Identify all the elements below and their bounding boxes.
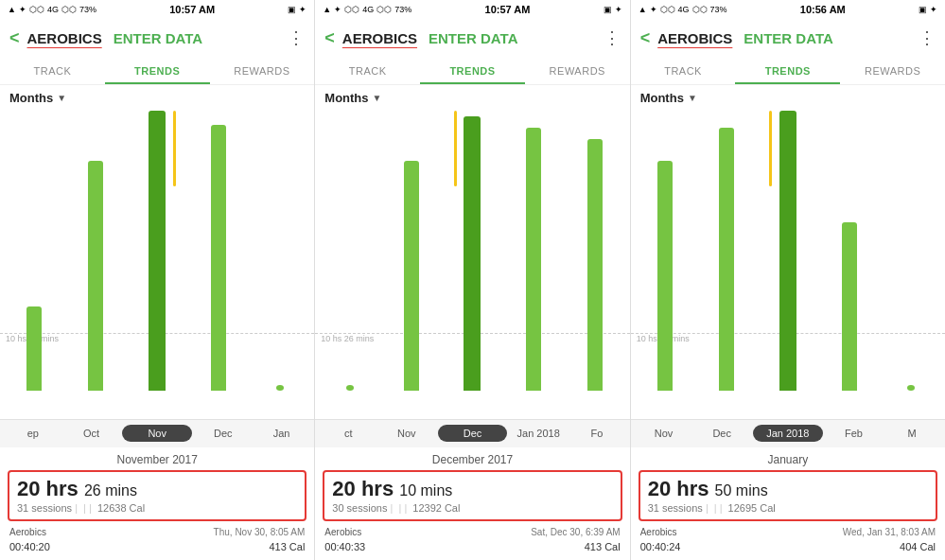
last-entry-title-2: Aerobics xyxy=(324,527,361,537)
bar-normal-3 xyxy=(842,222,857,390)
back-button-3[interactable]: < xyxy=(640,28,651,48)
bar-item-3[interactable] xyxy=(818,111,880,391)
bar-tiny-0 xyxy=(346,385,354,391)
more-options-button-3[interactable]: ⋮ xyxy=(919,27,936,48)
month-label-1[interactable]: Dec xyxy=(692,428,751,439)
more-options-button-2[interactable]: ⋮ xyxy=(604,27,621,48)
bar-item-4[interactable] xyxy=(565,111,626,391)
month-labels-1: epOctNovDecJan xyxy=(0,419,314,447)
last-entry-datetime-1: Thu, Nov 30, 8:05 AM xyxy=(214,527,306,537)
tab-rewards-3[interactable]: REWARDS xyxy=(840,57,945,84)
tabs-row-1: TRACKTRENDSREWARDS xyxy=(0,57,314,85)
status-right-3: ▣ ✦ xyxy=(919,5,937,14)
month-label-4[interactable]: Fo xyxy=(568,428,626,439)
bar-item-0[interactable] xyxy=(4,111,65,391)
bar-chart-inner-3: 10 hs 32 mins xyxy=(631,111,945,419)
battery-icon: 73% xyxy=(710,5,727,14)
period-selector-3[interactable]: Months ▼ xyxy=(631,85,945,111)
tab-trends-3[interactable]: TRENDS xyxy=(735,57,840,84)
month-label-0[interactable]: Nov xyxy=(635,428,693,439)
tab-rewards-1[interactable]: REWARDS xyxy=(210,57,315,84)
aerobics-title-2[interactable]: AEROBICS xyxy=(342,30,417,46)
bar-item-0[interactable] xyxy=(635,111,696,391)
back-button-1[interactable]: < xyxy=(9,28,20,48)
bar-item-4 xyxy=(249,111,310,391)
month-label-3[interactable]: Dec xyxy=(194,428,253,439)
bar-item-2[interactable] xyxy=(442,111,503,391)
period-label-1: Months xyxy=(9,91,53,105)
last-entry-values-2: 00:40:33 413 Cal xyxy=(323,539,621,554)
period-label-3: Months xyxy=(640,91,684,105)
network-type: 4G xyxy=(47,5,59,14)
tab-track-1[interactable]: TRACK xyxy=(0,57,105,84)
tab-trends-2[interactable]: TRENDS xyxy=(420,57,525,84)
tab-track-3[interactable]: TRACK xyxy=(631,57,736,84)
enter-data-button-3[interactable]: ENTER DATA xyxy=(744,30,919,46)
month-label-3[interactable]: Jan 2018 xyxy=(509,428,568,439)
enter-data-button-1[interactable]: ENTER DATA xyxy=(114,30,289,46)
top-nav-3: < AEROBICS ENTER DATA ⋮ xyxy=(631,19,945,57)
status-left-1: ▲ ✦ ⬡⬡ 4G ⬡⬡ 73% xyxy=(8,5,96,14)
bar-selected-2 xyxy=(464,116,481,391)
bar-chart-2: 10 hs 26 mins xyxy=(315,111,629,419)
bar-item-2[interactable] xyxy=(127,111,188,391)
bar-chart-inner-1: 10 hs 26 mins xyxy=(0,111,314,419)
bar-item-2[interactable] xyxy=(757,111,818,391)
month-label-1[interactable]: Nov xyxy=(377,428,436,439)
month-label-1[interactable]: Oct xyxy=(62,428,121,439)
signal-icon: ⬡⬡ xyxy=(344,5,359,14)
status-left-2: ▲ ✦ ⬡⬡ 4G ⬡⬡ 73% xyxy=(323,5,411,14)
bar-normal-3 xyxy=(211,125,226,391)
enter-data-button-2[interactable]: ENTER DATA xyxy=(429,30,604,46)
month-label-2[interactable]: Nov xyxy=(122,425,192,442)
status-right-2: ▣ ✦ xyxy=(604,5,622,14)
stats-box-1: 20 hrs 26 mins 31 sessions | 12638 Cal xyxy=(8,470,306,521)
tab-rewards-2[interactable]: REWARDS xyxy=(525,57,630,84)
bar-chart-inner-2: 10 hs 26 mins xyxy=(315,111,629,419)
last-entry-cal-3: 404 Cal xyxy=(900,541,936,552)
stats-section-3: January 20 hrs 50 mins 31 sessions | 126… xyxy=(631,447,945,560)
more-options-button-1[interactable]: ⋮ xyxy=(288,27,305,48)
status-bar-2: ▲ ✦ ⬡⬡ 4G ⬡⬡ 73% 10:57 AM ▣ ✦ xyxy=(315,0,629,19)
bar-normal-4 xyxy=(587,139,603,391)
screen-icon: ▣ xyxy=(604,5,612,14)
month-label-0[interactable]: ep xyxy=(4,428,62,439)
month-label-4[interactable]: M xyxy=(883,428,941,439)
period-selector-2[interactable]: Months ▼ xyxy=(315,85,629,111)
tab-trends-1[interactable]: TRENDS xyxy=(105,57,210,84)
month-label-0[interactable]: ct xyxy=(319,428,377,439)
back-button-2[interactable]: < xyxy=(324,28,335,48)
tab-track-2[interactable]: TRACK xyxy=(315,57,420,84)
bars-row-3 xyxy=(631,111,945,391)
bar-normal-0 xyxy=(657,161,673,391)
bar-item-1[interactable] xyxy=(380,111,442,391)
period-selector-1[interactable]: Months ▼ xyxy=(0,85,314,111)
bluetooth-icon: ✦ xyxy=(19,5,26,14)
month-label-2[interactable]: Dec xyxy=(438,425,508,442)
month-label-2[interactable]: Jan 2018 xyxy=(753,425,823,442)
bar-item-3[interactable] xyxy=(188,111,250,391)
aerobics-title-3[interactable]: AEROBICS xyxy=(657,30,732,46)
tabs-row-2: TRACKTRENDSREWARDS xyxy=(315,57,629,85)
cal-value-1: 12638 Cal xyxy=(97,502,145,514)
network-type: 4G xyxy=(678,5,690,14)
bar-item-3[interactable] xyxy=(503,111,565,391)
aerobics-title-1[interactable]: AEROBICS xyxy=(27,30,102,46)
cal-value-2: 12392 Cal xyxy=(412,502,460,514)
month-label-3[interactable]: Feb xyxy=(825,428,884,439)
last-entry-3: Aerobics Wed, Jan 31, 8:03 AM xyxy=(639,525,937,539)
stats-month-label-3: January xyxy=(639,453,937,466)
top-nav-2: < AEROBICS ENTER DATA ⋮ xyxy=(315,19,629,57)
signal-icon: ⬡⬡ xyxy=(29,5,44,14)
bar-item-1[interactable] xyxy=(696,111,758,391)
bar-item-1[interactable] xyxy=(65,111,127,391)
bar-selected-2 xyxy=(149,111,166,391)
bar-tiny-4 xyxy=(907,385,915,391)
stats-main-value-3: 20 hrs 50 mins xyxy=(648,478,928,500)
signal-icon2: ⬡⬡ xyxy=(376,5,392,14)
panel-3: ▲ ✦ ⬡⬡ 4G ⬡⬡ 73% 10:56 AM ▣ ✦ < AEROBICS… xyxy=(631,0,945,560)
screen-icon: ▣ xyxy=(919,5,927,14)
month-label-4[interactable]: Jan xyxy=(253,428,311,439)
chart-area-1: Months ▼ 10 hs 26 mins epOctNovDecJan xyxy=(0,85,314,447)
status-time-2: 10:57 AM xyxy=(485,4,531,15)
